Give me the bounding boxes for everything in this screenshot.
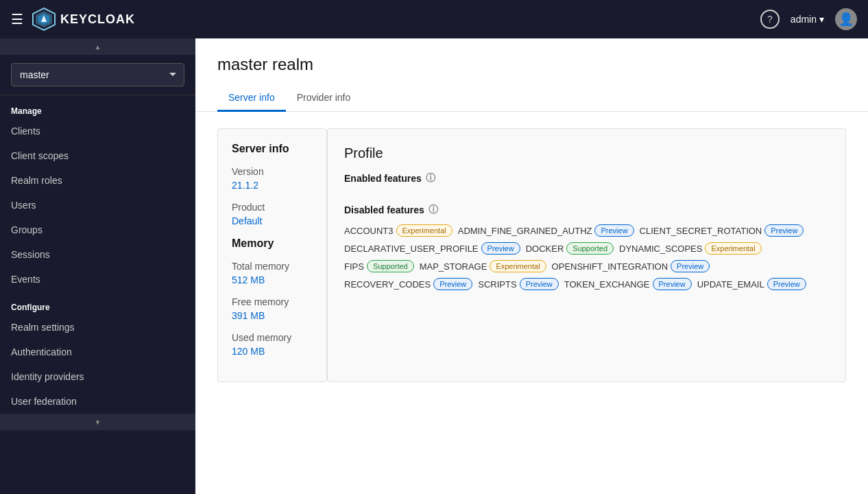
profile-panel: Profile Enabled features ⓘ Disabled feat… [327, 128, 846, 382]
feature-item: RECOVERY_CODESPreview [344, 278, 472, 290]
feature-item: TOKEN_EXCHANGEPreview [564, 278, 692, 290]
memory-section-title: Memory [232, 237, 313, 250]
sidebar: ▲ master Manage Clients Client scopes Re… [0, 38, 195, 494]
avatar-icon: 👤 [839, 12, 854, 27]
server-info-section-title: Server info [232, 143, 313, 155]
tabs: Server info Provider info [217, 85, 846, 111]
logo-text: KEYCLOAK [60, 12, 135, 27]
total-memory-label: Total memory [232, 261, 313, 272]
version-label: Version [232, 166, 313, 177]
feature-badge: Preview [764, 224, 804, 237]
free-memory-label: Free memory [232, 296, 313, 307]
avatar[interactable]: 👤 [835, 8, 857, 30]
content-area: master realm Server info Provider info S… [195, 38, 868, 494]
feature-item: DOCKERSupported [526, 242, 614, 255]
feature-item: OPENSHIFT_INTEGRATIONPreview [552, 260, 710, 272]
product-label: Product [232, 202, 313, 213]
sidebar-section-configure: Configure [0, 292, 195, 315]
sidebar-item-realm-roles[interactable]: Realm roles [0, 168, 195, 193]
sidebar-item-groups[interactable]: Groups [0, 217, 195, 242]
feature-item: DYNAMIC_SCOPESExperimental [619, 242, 762, 255]
profile-title: Profile [344, 145, 829, 161]
tab-provider-info[interactable]: Provider info [286, 85, 362, 112]
keycloak-logo-icon [32, 7, 56, 32]
feature-item: UPDATE_EMAILPreview [697, 278, 806, 290]
sidebar-item-users[interactable]: Users [0, 193, 195, 217]
feature-item: FIPSSupported [344, 260, 414, 272]
feature-item: ADMIN_FINE_GRAINED_AUTHZPreview [458, 224, 634, 237]
enabled-features-info-icon[interactable]: ⓘ [426, 172, 435, 185]
sidebar-item-realm-settings[interactable]: Realm settings [0, 315, 195, 340]
feature-name: MAP_STORAGE [420, 261, 487, 272]
server-info-panel: Server info Version 21.1.2 Product Defau… [217, 128, 327, 382]
feature-item: SCRIPTSPreview [478, 278, 558, 290]
version-value: 21.1.2 [232, 180, 313, 191]
sidebar-scroll-up[interactable]: ▲ [0, 38, 195, 55]
disabled-features-label: Disabled features ⓘ [344, 204, 829, 216]
main-layout: ▲ master Manage Clients Client scopes Re… [0, 38, 868, 494]
sidebar-item-clients[interactable]: Clients [0, 119, 195, 143]
realm-selector[interactable]: master [0, 55, 195, 95]
user-dropdown-icon: ▾ [819, 14, 824, 25]
feature-name: RECOVERY_CODES [344, 279, 431, 290]
sidebar-item-client-scopes[interactable]: Client scopes [0, 143, 195, 168]
feature-name: DECLARATIVE_USER_PROFILE [344, 244, 479, 254]
page-title: master realm [217, 55, 846, 74]
user-menu-button[interactable]: admin ▾ [791, 14, 824, 25]
feature-item: DECLARATIVE_USER_PROFILEPreview [344, 242, 520, 255]
help-button[interactable]: ? [760, 10, 780, 29]
sidebar-item-sessions[interactable]: Sessions [0, 242, 195, 267]
feature-badge: Preview [481, 242, 520, 255]
feature-badge: Preview [520, 278, 559, 290]
feature-badge: Experimental [490, 260, 546, 272]
sidebar-item-user-federation[interactable]: User federation [0, 389, 195, 414]
feature-badge: Preview [653, 278, 692, 290]
feature-badge: Preview [767, 278, 806, 290]
feature-name: DOCKER [526, 244, 564, 254]
feature-name: UPDATE_EMAIL [697, 279, 764, 290]
feature-name: ACCOUNT3 [344, 226, 394, 236]
username-label: admin [791, 14, 817, 25]
topbar-actions: ? admin ▾ 👤 [760, 8, 857, 30]
disabled-features-info-icon[interactable]: ⓘ [429, 204, 438, 216]
used-memory-value: 120 MB [232, 346, 313, 357]
topbar: ☰ KEYCLOAK ? admin ▾ 👤 [0, 0, 868, 38]
feature-badge: Supported [566, 242, 614, 255]
enabled-features-label: Enabled features ⓘ [344, 172, 829, 185]
feature-name: DYNAMIC_SCOPES [619, 244, 702, 254]
feature-name: OPENSHIFT_INTEGRATION [552, 261, 668, 272]
help-icon: ? [767, 14, 773, 25]
used-memory-label: Used memory [232, 332, 313, 343]
sidebar-scroll-down[interactable]: ▼ [0, 414, 195, 430]
page-header: master realm Server info Provider info [195, 38, 868, 112]
feature-item: MAP_STORAGEExperimental [420, 260, 546, 272]
tab-server-info[interactable]: Server info [217, 85, 286, 112]
free-memory-value: 391 MB [232, 310, 313, 321]
feature-badge: Experimental [705, 242, 761, 255]
feature-badge: Experimental [396, 224, 453, 237]
hamburger-menu-button[interactable]: ☰ [11, 11, 23, 27]
total-memory-value: 512 MB [232, 274, 313, 285]
feature-name: SCRIPTS [478, 279, 516, 290]
product-value: Default [232, 215, 313, 226]
realm-select[interactable]: master [11, 63, 184, 86]
sidebar-section-manage: Manage [0, 95, 195, 119]
feature-name: CLIENT_SECRET_ROTATION [640, 226, 762, 236]
feature-badge: Supported [367, 260, 414, 272]
feature-name: ADMIN_FINE_GRAINED_AUTHZ [458, 226, 592, 236]
feature-name: TOKEN_EXCHANGE [564, 279, 650, 290]
feature-item: ACCOUNT3Experimental [344, 224, 453, 237]
sidebar-item-authentication[interactable]: Authentication [0, 340, 195, 364]
server-content: Server info Version 21.1.2 Product Defau… [195, 112, 868, 399]
feature-badge: Preview [594, 224, 634, 237]
feature-badge: Preview [671, 260, 710, 272]
sidebar-item-events[interactable]: Events [0, 267, 195, 292]
disabled-features-row: ACCOUNT3ExperimentalADMIN_FINE_GRAINED_A… [344, 224, 829, 290]
feature-name: FIPS [344, 261, 364, 272]
feature-item: CLIENT_SECRET_ROTATIONPreview [640, 224, 804, 237]
sidebar-item-identity-providers[interactable]: Identity providers [0, 364, 195, 389]
logo: KEYCLOAK [32, 7, 135, 32]
feature-badge: Preview [433, 278, 472, 290]
